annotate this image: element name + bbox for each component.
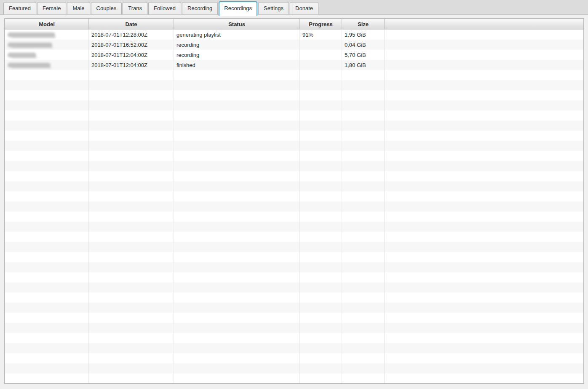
cell-size [342,353,385,363]
cell-progress [300,282,342,292]
cell-status [174,343,300,353]
tab-followed[interactable]: Followed [148,2,181,14]
cell-size [342,363,385,373]
cell-model [5,30,89,40]
table-row[interactable]: 2018-07-01T12:04:00Zrecording5,70 GiB [5,50,583,60]
cell-size [342,303,385,313]
table-row-empty [5,212,583,222]
cell-text: 2018-07-01T12:28:00Z [91,32,147,38]
tab-recording[interactable]: Recording [182,2,218,14]
cell-date [89,191,174,201]
tab-featured[interactable]: Featured [3,2,36,14]
cell-status: recording [174,50,300,60]
cell-date [89,161,174,171]
tab-label: Donate [295,5,313,11]
cell-model [5,313,89,323]
cell-size [342,100,385,110]
cell-status [174,212,300,222]
cell-filler [385,353,583,363]
cell-progress [300,40,342,50]
cell-progress [300,272,342,282]
cell-size [342,333,385,343]
column-header-label: Progress [309,21,332,27]
cell-progress [300,191,342,201]
cell-date [89,323,174,333]
column-header-progress[interactable]: Progress [300,19,342,29]
cell-date [89,201,174,212]
column-header-filler [385,19,583,29]
tab-couples[interactable]: Couples [91,2,122,14]
cell-date: 2018-07-01T12:28:00Z [89,30,174,40]
column-header-label: Size [358,21,369,27]
cell-progress [300,100,342,110]
cell-filler [385,242,583,252]
cell-model [5,80,89,90]
cell-model [5,353,89,363]
table-row-empty [5,313,583,323]
column-header-model[interactable]: Model [5,19,89,29]
cell-date [89,90,174,100]
table-row-empty [5,70,583,80]
cell-size [342,292,385,303]
cell-text: 2018-07-01T16:52:00Z [91,42,147,48]
tab-male[interactable]: Male [67,2,90,14]
cell-progress [300,121,342,131]
cell-filler [385,100,583,110]
tab-settings[interactable]: Settings [258,2,289,14]
cell-status [174,151,300,161]
cell-filler [385,363,583,373]
cell-status [174,171,300,181]
cell-filler [385,181,583,191]
cell-progress [300,60,342,70]
table-row-empty [5,222,583,232]
tab-label: Featured [9,5,31,11]
cell-date [89,141,174,151]
table-row-empty [5,252,583,262]
column-header-date[interactable]: Date [89,19,174,29]
cell-date [89,100,174,110]
tab-donate[interactable]: Donate [290,2,318,14]
table-row-empty [5,141,583,151]
table-row-empty [5,323,583,333]
cell-date [89,353,174,363]
cell-size [342,212,385,222]
cell-size [342,121,385,131]
column-header-status[interactable]: Status [174,19,300,29]
cell-date [89,232,174,242]
cell-progress [300,90,342,100]
cell-date: 2018-07-01T16:52:00Z [89,40,174,50]
cell-size [342,161,385,171]
cell-status [174,252,300,262]
tab-trans[interactable]: Trans [123,2,147,14]
cell-model [5,100,89,110]
cell-model [5,272,89,282]
cell-progress [300,212,342,222]
cell-model [5,212,89,222]
table-row[interactable]: 2018-07-01T16:52:00Zrecording0,04 GiB [5,40,583,50]
cell-date [89,242,174,252]
table-row[interactable]: 2018-07-01T12:28:00Zgenerating playlist9… [5,30,583,40]
table-row-empty [5,151,583,161]
cell-filler [385,171,583,181]
cell-date [89,363,174,373]
column-header-size[interactable]: Size [342,19,385,29]
cell-date: 2018-07-01T12:04:00Z [89,50,174,60]
cell-size [342,373,385,384]
cell-date [89,262,174,272]
cell-filler [385,262,583,272]
cell-size [342,110,385,121]
cell-progress [300,161,342,171]
cell-date [89,373,174,384]
tab-female[interactable]: Female [37,2,66,14]
cell-size [342,191,385,201]
tab-recordings[interactable]: Recordings [219,1,257,16]
cell-progress [300,110,342,121]
table-row[interactable]: 2018-07-01T12:04:00Zfinished1,80 GiB [5,60,583,70]
cell-date [89,222,174,232]
redacted-model-name [8,32,55,37]
cell-model [5,201,89,212]
cell-text: 1,80 GiB [345,62,366,68]
table-header-row: ModelDateStatusProgressSize [5,19,583,30]
cell-model [5,161,89,171]
cell-model [5,292,89,303]
